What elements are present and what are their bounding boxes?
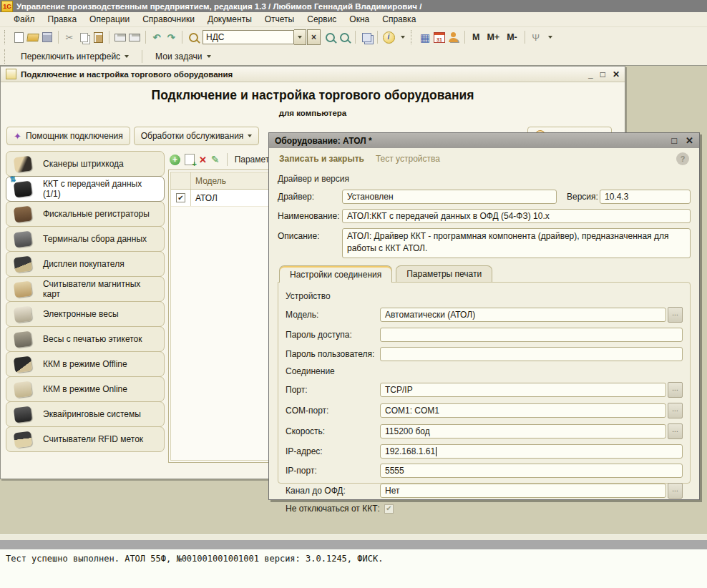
new-document-icon[interactable] xyxy=(12,31,25,44)
delete-icon[interactable]: ✕ xyxy=(199,155,207,165)
add-icon[interactable] xyxy=(170,155,180,165)
switch-interface-button[interactable]: Переключить интерфейс xyxy=(15,50,135,63)
model-cell[interactable]: АТОЛ xyxy=(191,193,218,203)
menu-reports[interactable]: Отчеты xyxy=(258,13,301,26)
user-lock-icon[interactable] xyxy=(447,31,460,44)
m-button[interactable]: M xyxy=(469,32,482,42)
menu-file[interactable]: Файл xyxy=(7,13,42,26)
save-icon[interactable] xyxy=(41,31,54,44)
ip-address-field[interactable]: 192.168.1.61 xyxy=(380,444,683,459)
tab-print-parameters[interactable]: Параметры печати xyxy=(396,265,492,282)
user-password-field[interactable] xyxy=(380,347,683,361)
speed-field[interactable]: 115200 бод xyxy=(380,424,666,438)
ofd-channel-ellipsis-button[interactable] xyxy=(668,483,683,499)
sidebar-item-data-terminals[interactable]: Терминалы сбора данных xyxy=(6,226,165,252)
add-copy-icon[interactable] xyxy=(185,154,195,165)
search-icon[interactable] xyxy=(187,31,200,44)
settings-dropdown-icon[interactable] xyxy=(544,31,557,44)
cut-icon[interactable]: ✂ xyxy=(63,31,76,44)
model-field[interactable]: Автоматически (АТОЛ) xyxy=(380,308,666,322)
search-dropdown-button[interactable] xyxy=(294,29,306,45)
row-checkbox-checked[interactable] xyxy=(176,193,185,202)
window-titlebar[interactable]: Подключение и настройка торгового оборуд… xyxy=(1,67,625,82)
ofd-channel-field[interactable]: Нет xyxy=(380,484,666,498)
menu-documents[interactable]: Документы xyxy=(201,13,258,26)
messages-splitter-bar[interactable] xyxy=(0,540,707,549)
menu-edit[interactable]: Правка xyxy=(42,13,84,26)
name-field[interactable]: АТОЛ:ККТ с передачей данных в ОФД (54-ФЗ… xyxy=(342,209,691,223)
sidebar-item-label-scales[interactable]: Весы с печатью этикеток xyxy=(6,326,165,352)
sidebar-item-barcode-scanners[interactable]: Сканеры штрихкода xyxy=(6,151,165,177)
menu-operations[interactable]: Операции xyxy=(83,13,136,26)
sidebar-item-magnetic-card-readers[interactable]: Считыватели магнитных карт xyxy=(6,276,165,302)
driver-field[interactable]: Установлен xyxy=(342,190,557,204)
version-field[interactable]: 10.4.3 xyxy=(600,190,691,204)
service-messages-panel[interactable]: Тест успешно выполнен. АТОЛ 55Ф, №001001… xyxy=(0,549,707,588)
sidebar-item-electronic-scales[interactable]: Электронные весы xyxy=(6,301,165,327)
port-ellipsis-button[interactable] xyxy=(668,382,683,398)
dialog-titlebar[interactable]: Оборудование: АТОЛ * □ ✕ xyxy=(269,133,699,148)
com-port-ellipsis-button[interactable] xyxy=(668,403,683,418)
com-port-field[interactable]: COM1: COM1 xyxy=(380,403,666,418)
description-field[interactable]: АТОЛ: Драйвер ККТ - программная компонен… xyxy=(342,228,691,258)
menu-windows[interactable]: Окна xyxy=(343,13,376,26)
tab-connection-settings[interactable]: Настройки соединения xyxy=(279,265,392,283)
info-icon[interactable]: i xyxy=(382,31,395,44)
m-minus-button[interactable]: M- xyxy=(504,32,520,42)
maximize-icon[interactable]: □ xyxy=(671,135,677,146)
menu-service[interactable]: Сервис xyxy=(301,13,343,26)
close-icon[interactable]: ✕ xyxy=(686,135,693,146)
search-input[interactable]: НДС xyxy=(203,30,294,44)
paste-icon[interactable] xyxy=(92,31,104,44)
port-field[interactable]: TCP/IP xyxy=(380,383,666,397)
settings-wrench-icon[interactable]: Ψ xyxy=(530,31,542,44)
back-icon[interactable]: ↶ xyxy=(150,31,163,44)
save-and-close-button[interactable]: Записать и закрыть xyxy=(279,154,364,164)
open-icon[interactable] xyxy=(26,31,39,44)
close-icon[interactable]: ✕ xyxy=(613,69,620,79)
sidebar-item-kkt-data-transfer[interactable]: ККТ с передачей данных (1/1) xyxy=(6,176,165,202)
speed-ellipsis-button[interactable] xyxy=(668,423,683,439)
copy-icon[interactable] xyxy=(77,31,90,44)
find-prev-icon[interactable] xyxy=(338,31,351,44)
forward-icon[interactable]: ↷ xyxy=(165,31,177,44)
separator xyxy=(58,31,59,44)
print-icon[interactable] xyxy=(114,31,127,44)
sidebar-item-acquiring-systems[interactable]: Эквайринговые системы xyxy=(6,401,165,427)
search-combobox[interactable]: НДС × xyxy=(203,30,321,44)
separator xyxy=(109,31,109,44)
model-column-header[interactable]: Модель xyxy=(191,176,226,186)
sidebar-item-fiscal-registers[interactable]: Фискальные регистраторы xyxy=(6,201,165,227)
sidebar-item-kkm-online[interactable]: ККМ в режиме Online xyxy=(6,376,165,402)
my-tasks-button[interactable]: Мои задачи xyxy=(150,50,216,63)
model-label: Модель: xyxy=(286,310,380,320)
access-password-field[interactable] xyxy=(380,328,683,342)
m-plus-button[interactable]: M+ xyxy=(484,32,502,42)
connection-wizard-button[interactable]: ✦ Помощник подключения xyxy=(6,127,130,145)
edit-pencil-icon[interactable]: ✎ xyxy=(211,154,220,165)
toolbar-drag-handle[interactable] xyxy=(4,49,8,64)
service-processings-button[interactable]: Обработки обслуживания xyxy=(134,127,260,145)
search-clear-button[interactable]: × xyxy=(307,29,321,45)
sidebar-item-kkm-offline[interactable]: ККМ в режиме Offline xyxy=(6,351,165,377)
calendar-icon[interactable]: 31 xyxy=(433,31,446,44)
info-dropdown-icon[interactable] xyxy=(396,31,409,44)
menu-catalogs[interactable]: Справочники xyxy=(136,13,201,26)
toolbar-drag-handle[interactable] xyxy=(4,30,8,44)
device-section-label: Устройство xyxy=(286,291,683,301)
dialog-help-icon[interactable]: ? xyxy=(676,152,689,165)
find-next-icon[interactable] xyxy=(323,31,336,44)
toolbar-drag-handle[interactable] xyxy=(411,30,414,44)
ip-port-field[interactable]: 5555 xyxy=(380,464,683,478)
sidebar-item-customer-displays[interactable]: Дисплеи покупателя xyxy=(6,251,165,277)
windows-icon[interactable] xyxy=(360,31,373,44)
model-ellipsis-button[interactable] xyxy=(668,307,683,323)
menu-help[interactable]: Справка xyxy=(376,13,422,26)
test-device-button[interactable]: Тест устройства xyxy=(376,154,440,164)
stay-connected-checkbox[interactable] xyxy=(384,504,394,514)
minimize-icon[interactable]: _ xyxy=(588,69,593,79)
maximize-icon[interactable]: □ xyxy=(600,69,605,79)
calculator-icon[interactable]: ▦ xyxy=(419,31,431,44)
print-preview-icon[interactable] xyxy=(128,31,141,44)
sidebar-item-rfid-readers[interactable]: Считыватели RFID меток xyxy=(6,426,165,452)
